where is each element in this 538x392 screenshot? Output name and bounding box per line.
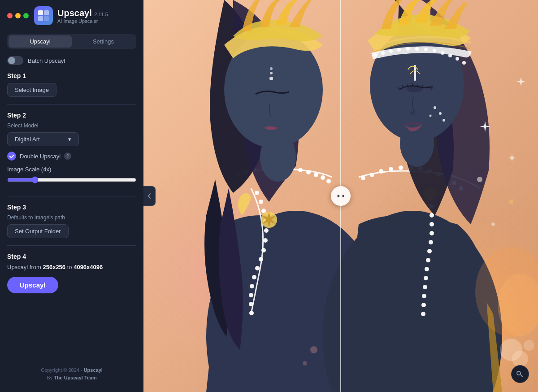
svg-point-77 [443, 119, 445, 122]
svg-point-95 [512, 351, 528, 367]
svg-point-15 [264, 228, 269, 233]
divider-1 [7, 104, 136, 105]
help-icon[interactable]: ? [64, 152, 71, 160]
svg-point-33 [306, 170, 311, 174]
svg-rect-0 [38, 10, 43, 15]
to-size: 4096x4096 [74, 264, 103, 270]
step3-section: Step 3 Defaults to Image's path Set Outp… [0, 204, 143, 245]
svg-point-12 [259, 200, 263, 204]
app-subtitle: AI Image Upscaler [57, 18, 108, 24]
double-upscayl-label: Double Upscayl [20, 153, 61, 160]
image-scale-label: Image Scale (4x) [7, 166, 136, 173]
svg-point-11 [255, 191, 259, 195]
svg-point-89 [456, 57, 459, 61]
svg-point-41 [399, 166, 403, 170]
image-viewer[interactable] [143, 0, 538, 392]
svg-point-87 [441, 51, 444, 55]
svg-point-100 [303, 361, 307, 366]
batch-label: Batch Upscayl [28, 57, 65, 64]
split-container [143, 0, 538, 392]
select-model-label: Select Model [7, 122, 136, 129]
chevron-down-icon: ▾ [68, 136, 71, 143]
svg-point-24 [249, 311, 254, 315]
svg-point-40 [389, 167, 393, 171]
svg-point-21 [250, 284, 254, 288]
image-scale-slider[interactable] [7, 176, 136, 183]
sidebar: Upscayl 2.11.5 AI Image Upscaler Upscayl… [0, 0, 143, 392]
footer-appname: Upscayl [84, 367, 103, 373]
step3-sublabel: Defaults to Image's path [7, 214, 136, 221]
footer-by-text: By [47, 375, 54, 380]
svg-point-88 [448, 54, 452, 57]
svg-point-39 [379, 169, 383, 174]
tab-upscayl[interactable]: Upscayl [9, 35, 72, 48]
svg-point-37 [361, 176, 365, 180]
footer-by: By The Upscayl Team [7, 374, 136, 382]
collapse-sidebar-button[interactable] [143, 186, 156, 206]
svg-point-59 [423, 285, 427, 289]
upscayl-button[interactable]: Upscayl [7, 277, 58, 293]
svg-point-80 [381, 51, 385, 55]
svg-point-62 [421, 312, 425, 316]
svg-point-90 [462, 61, 466, 65]
app-title-text: Upscayl [57, 8, 92, 18]
svg-point-78 [430, 115, 432, 117]
select-image-button[interactable]: Select Image [7, 83, 56, 97]
step2-title: Step 2 [7, 112, 136, 119]
svg-point-55 [427, 249, 432, 253]
batch-row: Batch Upscayl [0, 56, 143, 72]
svg-point-56 [426, 258, 430, 262]
split-handle[interactable] [331, 186, 351, 206]
upscayl-description: Upscayl from 256x256 to 4096x4096 [7, 264, 136, 270]
app-version: 2.11.5 [94, 12, 108, 17]
svg-point-84 [415, 47, 419, 51]
svg-point-60 [422, 294, 426, 298]
svg-point-92 [491, 222, 495, 226]
svg-rect-2 [38, 16, 43, 21]
maximize-button[interactable] [23, 13, 29, 18]
svg-point-83 [406, 47, 410, 51]
svg-point-70 [270, 67, 273, 70]
from-size: 256x256 [43, 264, 65, 270]
divider-3 [7, 245, 136, 246]
svg-point-35 [321, 175, 325, 180]
svg-point-17 [261, 248, 266, 253]
svg-point-93 [509, 200, 513, 204]
step1-section: Step 1 Select Image [0, 72, 143, 104]
set-output-folder-button[interactable]: Set Output Folder [7, 224, 69, 238]
svg-point-76 [439, 112, 442, 115]
traffic-lights [7, 13, 29, 18]
close-button[interactable] [7, 13, 13, 18]
minimize-button[interactable] [15, 13, 21, 18]
svg-point-61 [421, 303, 426, 307]
svg-point-19 [255, 266, 260, 270]
tabs-row: Upscayl Settings [7, 34, 136, 49]
titlebar: Upscayl 2.11.5 AI Image Upscaler [0, 0, 143, 30]
divider-2 [7, 196, 136, 196]
svg-point-85 [424, 48, 428, 51]
svg-point-13 [261, 209, 266, 213]
svg-point-58 [424, 276, 428, 280]
svg-point-79 [374, 53, 377, 57]
toggle-knob [8, 57, 15, 64]
footer-team: The Upscayl Team [54, 375, 97, 380]
svg-point-53 [430, 231, 434, 235]
app-title: Upscayl 2.11.5 [57, 8, 108, 18]
double-upscayl-checkbox[interactable] [7, 152, 16, 161]
svg-point-18 [259, 257, 263, 261]
svg-point-91 [477, 177, 482, 182]
batch-toggle[interactable] [7, 56, 23, 65]
model-dropdown[interactable]: Digital Art ▾ [7, 132, 79, 146]
svg-point-73 [410, 111, 415, 115]
step3-title: Step 3 [7, 204, 136, 211]
key-icon-button[interactable] [511, 365, 529, 383]
footer-copyright: Copyright © 2024 - Upscayl [7, 366, 136, 375]
svg-point-16 [263, 238, 268, 243]
tab-settings[interactable]: Settings [72, 35, 135, 48]
svg-point-75 [434, 106, 436, 109]
svg-point-36 [326, 179, 331, 183]
svg-rect-3 [44, 16, 49, 21]
svg-point-32 [298, 168, 303, 172]
svg-point-72 [407, 85, 423, 92]
svg-point-99 [310, 346, 317, 353]
